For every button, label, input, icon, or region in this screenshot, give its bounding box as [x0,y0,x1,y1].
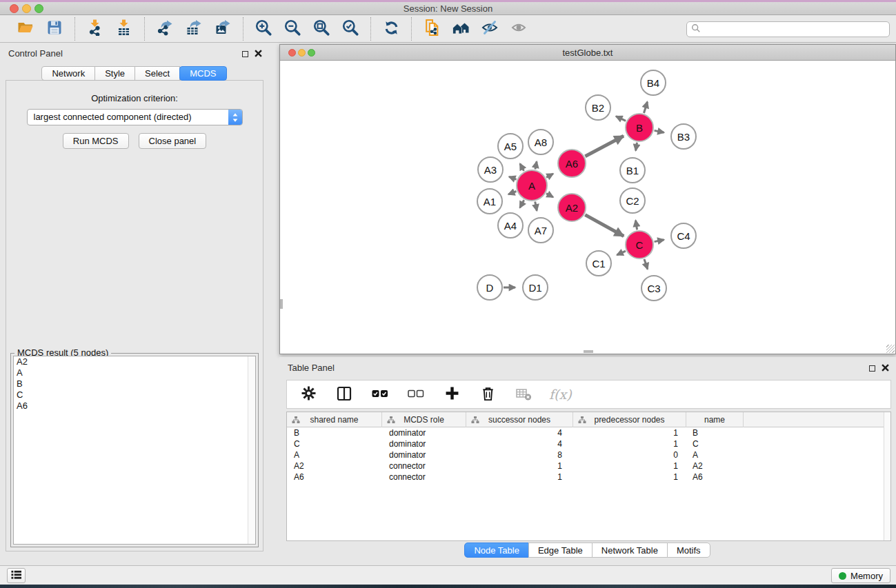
graph-node-C[interactable]: C [626,231,653,258]
cell-predecessor-nodes[interactable]: 1 [573,438,686,449]
table-row[interactable]: A2connector11A2 [287,460,884,472]
cell-predecessor-nodes[interactable]: 1 [573,460,686,472]
tab-network[interactable]: Network [41,66,95,81]
import-table-button[interactable] [114,19,135,39]
criterion-dropdown[interactable]: largest connected component (directed) [27,109,243,125]
table-mode-button[interactable] [298,384,319,405]
cell-successor-nodes[interactable]: 1 [466,472,573,483]
zoom-selected-button[interactable] [340,19,361,39]
save-session-button[interactable] [44,19,65,39]
zoom-in-button[interactable] [253,19,274,39]
tab-edge-table[interactable]: Edge Table [528,543,593,558]
canvas-vertical-scrollbar[interactable] [280,299,283,309]
window-resize-grip[interactable] [886,345,895,353]
network-canvas[interactable]: A5 A8 A3 A6 A A1 A2 A4 A7 B2 B4 B B3 [280,61,895,354]
cell-mcds-role[interactable]: dominator [382,438,466,449]
graph-node-A5[interactable]: A5 [498,134,523,159]
search-input[interactable] [704,23,889,36]
column-header-shared-name[interactable]: shared name [287,412,382,427]
main-titlebar[interactable]: Session: New Session [0,2,896,15]
cell-successor-nodes[interactable]: 4 [466,438,573,449]
graph-node-B1[interactable]: B1 [620,158,645,183]
graph-node-A4[interactable]: A4 [498,213,523,238]
mcds-result-item[interactable]: A [14,367,255,378]
cell-name[interactable]: C [686,438,744,449]
cell-name[interactable]: A6 [686,472,744,483]
mcds-result-item[interactable]: C [14,389,255,401]
home-view-button[interactable] [450,19,471,39]
graph-node-B4[interactable]: B4 [641,70,666,95]
graph-node-B2[interactable]: B2 [586,95,610,120]
graph-node-A1[interactable]: A1 [477,189,502,214]
graph-node-A3[interactable]: A3 [478,157,503,182]
run-mcds-button[interactable]: Run MCDS [63,133,129,149]
cell-successor-nodes[interactable]: 8 [466,449,573,460]
graph-node-D[interactable]: D [477,275,502,300]
cell-shared-name[interactable]: A2 [287,460,382,472]
show-columns-button[interactable] [334,384,355,405]
column-header-predecessor-nodes[interactable]: predecessor nodes [573,412,686,427]
zoom-fit-button[interactable] [311,19,332,39]
tab-mcds[interactable]: MCDS [179,66,226,81]
function-builder-button[interactable]: f(x) [549,387,572,402]
cell-predecessor-nodes[interactable]: 1 [573,472,686,483]
export-table-button[interactable] [183,19,204,39]
column-header-mcds-role[interactable]: MCDS role [382,412,466,427]
close-panel-icon[interactable] [882,363,889,374]
tab-node-table[interactable]: Node Table [464,543,529,558]
show-graphics-button[interactable] [508,19,529,39]
cell-mcds-role[interactable]: connector [382,472,466,483]
tab-network-table[interactable]: Network Table [592,543,668,558]
column-header-name[interactable]: name [686,412,744,427]
import-network-button[interactable] [85,19,106,39]
cell-predecessor-nodes[interactable]: 0 [573,449,686,460]
table-row[interactable]: Bdominator41B [287,427,884,438]
table-row[interactable]: Adominator80A [287,449,884,460]
table-row[interactable]: Cdominator41C [287,438,884,449]
mcds-result-item[interactable]: A2 [14,356,255,367]
network-window-titlebar[interactable]: testGlobe.txt [280,45,895,61]
graph-node-C4[interactable]: C4 [671,223,696,248]
table-scrollbar[interactable] [884,412,890,540]
export-image-button[interactable] [212,19,233,39]
graph-node-A[interactable]: A [517,170,547,201]
tab-style[interactable]: Style [94,66,135,81]
graph-node-C3[interactable]: C3 [641,276,666,301]
mcds-result-item[interactable]: B [14,378,255,389]
graph-node-B[interactable]: B [626,114,653,141]
open-session-button[interactable] [15,19,36,39]
task-history-button[interactable] [7,568,26,583]
float-panel-icon[interactable] [869,365,875,372]
cell-shared-name[interactable]: B [287,427,382,438]
hide-graphics-button[interactable] [479,19,500,39]
cell-shared-name[interactable]: C [287,438,382,449]
mcds-result-list[interactable]: A2ABCA6 [13,356,256,545]
graph-node-B3[interactable]: B3 [671,124,696,149]
graph-node-C2[interactable]: C2 [620,188,645,213]
cell-shared-name[interactable]: A [287,449,382,460]
tab-motifs[interactable]: Motifs [667,543,710,558]
cell-name[interactable]: A2 [686,460,744,472]
deselect-all-button[interactable] [406,384,426,405]
float-panel-icon[interactable] [242,51,248,57]
cell-mcds-role[interactable]: connector [382,460,466,472]
export-network-button[interactable] [155,19,175,39]
cell-predecessor-nodes[interactable]: 1 [573,427,686,438]
delete-columns-button[interactable] [477,384,498,405]
add-column-button[interactable] [441,384,462,405]
duplicate-network-button[interactable] [421,19,442,39]
cell-successor-nodes[interactable]: 1 [466,460,573,472]
cell-mcds-role[interactable]: dominator [382,427,466,438]
column-header-successor-nodes[interactable]: successor nodes [466,412,573,427]
graph-node-A6[interactable]: A6 [558,150,586,177]
graph-node-A8[interactable]: A8 [528,130,553,154]
graph-node-C1[interactable]: C1 [586,251,611,276]
cell-name[interactable]: B [686,427,744,438]
zoom-out-button[interactable] [282,19,303,39]
mcds-result-item[interactable]: A6 [14,401,255,412]
table-row[interactable]: A6connector11A6 [287,472,884,483]
graph-node-D1[interactable]: D1 [523,275,548,300]
cell-successor-nodes[interactable]: 4 [466,427,573,438]
cell-shared-name[interactable]: A6 [287,472,382,483]
cell-mcds-role[interactable]: dominator [382,449,466,460]
